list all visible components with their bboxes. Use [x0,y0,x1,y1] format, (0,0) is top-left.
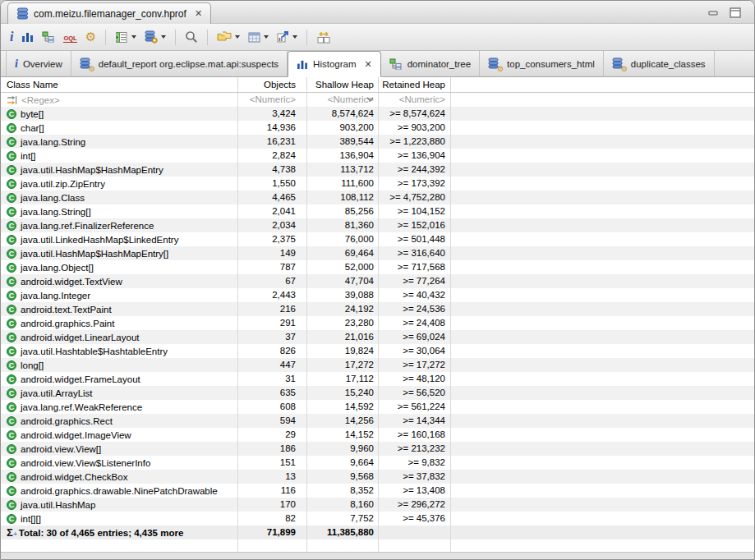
table-row[interactable]: C android.view.View$ListenerInfo 151 9,6… [1,456,754,470]
oql-button[interactable]: OQL [62,27,77,47]
table-row[interactable]: C android.graphics.Paint 291 23,280 >= 2… [1,316,754,330]
numeric-filter-input[interactable]: <Numeric> [238,93,307,107]
numeric-filter-input[interactable]: <Numeric> [379,93,451,107]
minimize-icon[interactable] [708,9,719,17]
info-button[interactable]: i [9,27,14,47]
retained-heap-cell: >= 316,640 [379,246,451,260]
class-icon: C [7,305,16,314]
class-name-cell-text: java.lang.Class [21,191,85,204]
settings-button[interactable]: ⚙ [85,27,97,47]
tab-label: top_consumers_html [507,59,595,69]
column-header-class-name[interactable]: Class Name [1,77,238,92]
table-row[interactable]: C byte[] 3,424 8,574,624 >= 8,574,624 [1,107,754,121]
table-row[interactable]: C java.lang.String[] 2,041 85,256 >= 104… [1,204,754,218]
objects-cell: 82 [238,512,307,526]
table-row[interactable]: C android.text.TextPaint 216 24,192 >= 2… [1,302,754,316]
table-row[interactable]: C int[] 2,824 136,904 >= 136,904 [1,149,754,163]
table-row[interactable]: C java.util.HashMap 170 8,160 >= 296,272 [1,498,754,512]
class-name-cell-text: java.lang.ref.FinalizerReference [21,219,154,232]
table-row[interactable]: C android.widget.CheckBox 13 9,568 >= 37… [1,470,754,484]
query-browser-icon [115,31,128,44]
class-icon: C [7,402,16,412]
table-row[interactable]: C java.lang.ref.FinalizerReference 2,034… [1,218,754,232]
table-row[interactable]: C java.lang.ref.WeakReference 608 14,592… [1,400,754,414]
export-button[interactable] [276,27,298,47]
objects-cell: 2,824 [238,149,307,163]
toolbar-separator [306,30,307,45]
table-row[interactable]: C java.lang.Integer 2,443 39,088 >= 40,4… [1,288,754,302]
table-row[interactable]: C android.widget.LinearLayout 37 21,016 … [1,330,754,344]
heap-actions-button[interactable] [144,27,167,47]
compare-button[interactable] [315,27,332,47]
table-row[interactable]: C java.util.ArrayList 635 15,240 >= 56,5… [1,386,754,400]
shallow-heap-cell: 8,160 [307,498,379,512]
table-row[interactable]: C android.graphics.Rect 594 14,256 >= 14… [1,414,754,428]
table-row[interactable]: C android.view.View[] 186 9,960 >= 213,2… [1,442,754,456]
class-icon: C [7,347,16,356]
table-row[interactable]: C java.util.HashMap$HashMapEntry 4,738 1… [1,163,754,177]
close-icon[interactable]: ✕ [195,8,202,19]
tab-default-report[interactable]: ⚙ default_report org.eclipse.mat.api:sus… [71,51,288,76]
retained-heap-cell: >= 24,536 [379,302,451,316]
tab-histogram[interactable]: Histogram ✕ [288,51,381,77]
table-row[interactable]: C java.util.zip.ZipEntry 1,550 111,600 >… [1,177,754,190]
class-name-cell-text: java.util.ArrayList [21,387,93,400]
filter-icon [7,95,17,105]
table-row[interactable]: C long[] 447 17,272 >= 17,272 [1,358,754,372]
close-icon[interactable]: ✕ [365,59,372,70]
table-row[interactable]: C java.lang.Object[] 787 52,000 >= 717,5… [1,260,754,274]
class-name-cell-text: int[] [21,149,36,163]
class-icon: C [7,430,16,440]
histogram-button[interactable] [21,27,35,47]
search-button[interactable] [184,27,199,47]
class-icon: C [7,165,16,175]
numeric-filter-input[interactable]: <Numeric> [307,93,379,107]
objects-cell: 16,231 [238,135,307,149]
table-row[interactable]: C int[][] 82 7,752 >= 45,376 [1,512,754,526]
table-row[interactable]: C java.lang.Class 4,465 108,112 >= 4,752… [1,190,754,204]
objects-cell: 14,936 [238,121,307,135]
class-name-cell-text: android.widget.LinearLayout [21,331,140,344]
tab-overview[interactable]: i Overview [6,51,71,76]
toolbar-separator [207,30,208,45]
retained-heap-cell: >= 17,272 [379,358,451,372]
table-row[interactable]: C android.widget.FrameLayout 31 17,112 >… [1,372,754,386]
tab-top-consumers[interactable]: ⚙ top_consumers_html [480,51,604,76]
objects-cell: 608 [238,400,307,414]
class-icon: C [7,416,16,426]
table-row[interactable]: C android.widget.ImageView 29 14,152 >= … [1,428,754,442]
table-row[interactable]: C android.graphics.drawable.NinePatchDra… [1,484,754,498]
retained-heap-cell: >= 69,024 [379,330,451,344]
chevron-down-icon [264,35,269,39]
objects-cell: 29 [238,428,307,442]
retained-heap-cell: >= 13,408 [379,484,451,498]
column-header-retained-heap[interactable]: Retained Heap [379,77,451,92]
dominator-tree-button[interactable] [41,27,56,47]
editor-tab-heapdump[interactable]: com.meizu.filemanager_conv.hprof ✕ [7,2,211,24]
regex-filter-input[interactable]: <Regex> [21,94,60,107]
maximize-icon[interactable] [730,7,741,18]
table-row[interactable]: C java.util.Hashtable$HashtableEntry 826… [1,344,754,358]
toolbar-separator [105,30,106,45]
table-row[interactable]: C java.lang.String 16,231 389,544 >= 1,2… [1,135,754,149]
retained-heap-cell: >= 160,168 [379,428,451,442]
table-row[interactable]: C java.util.LinkedHashMap$LinkedEntry 2,… [1,232,754,246]
grouping-button[interactable] [216,27,241,47]
table-row[interactable]: C char[] 14,936 903,200 >= 903,200 [1,121,754,135]
class-icon: C [7,291,16,301]
table-row[interactable]: C android.widget.TextView 67 47,704 >= 7… [1,274,754,288]
objects-cell: 2,041 [238,204,307,218]
class-icon: C [7,137,16,147]
objects-cell: 635 [238,386,307,400]
shallow-heap-cell: 23,280 [307,316,379,330]
table-rows: C byte[] 3,424 8,574,624 >= 8,574,624 C … [1,107,754,526]
column-header-objects[interactable]: Objects [238,77,307,92]
table-row[interactable]: C java.util.HashMap$HashMapEntry[] 149 6… [1,246,754,260]
tab-duplicate-classes[interactable]: ⚙ duplicate_classes [604,51,715,76]
chevron-down-icon [292,35,297,39]
tab-dominator-tree[interactable]: dominator_tree [381,51,480,76]
column-header-shallow-heap[interactable]: Shallow Heap [307,77,379,92]
calculator-button[interactable] [247,27,269,47]
retained-heap-cell: >= 717,568 [379,260,451,274]
query-browser-button[interactable] [114,27,137,47]
